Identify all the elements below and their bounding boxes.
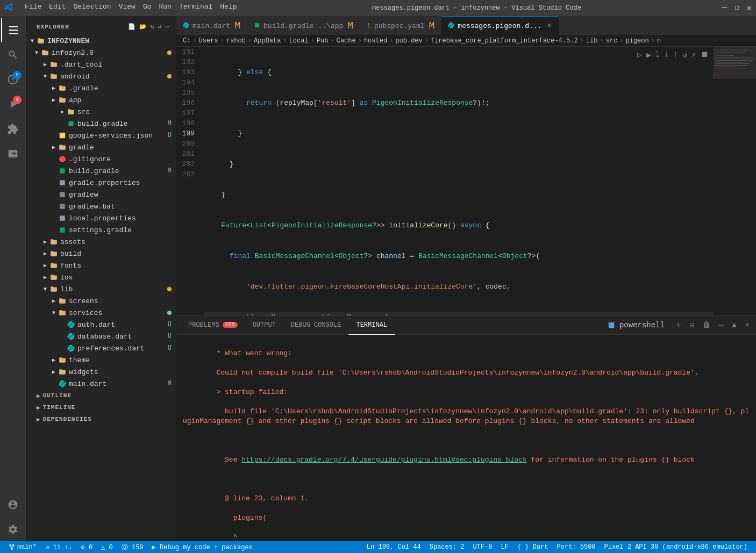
step-out-icon[interactable]: ↑	[672, 49, 679, 61]
tree-services[interactable]: ▼ services	[26, 307, 176, 319]
tab-build-gradle[interactable]: build.gradle ..\app M	[247, 16, 360, 35]
status-debug[interactable]: ▶ Debug my code + packages	[148, 541, 257, 553]
tab-main-dart[interactable]: main.dart M	[176, 16, 247, 35]
refresh-icon[interactable]: ↻	[151, 23, 155, 30]
bc-part[interactable]: hosted	[364, 37, 387, 45]
menu-edit[interactable]: Edit	[49, 3, 66, 13]
tree-gitignore[interactable]: ▶ .gitignore	[26, 153, 176, 165]
status-eol[interactable]: LF	[497, 541, 513, 553]
tab-output[interactable]: OUTPUT	[245, 316, 283, 335]
bc-part[interactable]: Local	[289, 37, 309, 45]
tab-close-button[interactable]: ×	[547, 21, 551, 30]
tree-root[interactable]: ▼ INFOZYNNEW	[26, 35, 176, 47]
tree-gradle-folder[interactable]: ▶ .gradle	[26, 82, 176, 94]
tree-screens[interactable]: ▶ screens	[26, 295, 176, 307]
status-info[interactable]: ⓪ 159	[117, 541, 148, 553]
tree-database-dart[interactable]: ▶ database.dart U	[26, 331, 176, 342]
activity-account[interactable]	[1, 493, 25, 516]
hot-reload-icon[interactable]: ⚡	[690, 49, 697, 61]
close-panel-icon[interactable]: ×	[743, 320, 752, 331]
status-encoding[interactable]: UTF-8	[469, 541, 497, 553]
status-line-col[interactable]: Ln 199, Col 44	[362, 541, 425, 553]
tree-lib[interactable]: ▼ lib	[26, 283, 176, 295]
code-lines[interactable]: } else { return (replyMap['result'] as P…	[200, 47, 713, 315]
activity-git[interactable]: 9	[1, 68, 25, 91]
menu-terminal[interactable]: Terminal	[179, 3, 212, 13]
status-port[interactable]: Port: 5500	[553, 541, 600, 553]
tab-debug-console[interactable]: DEBUG CONSOLE	[283, 316, 349, 335]
new-folder-icon[interactable]: 📂	[139, 23, 147, 30]
tree-android[interactable]: ▼ android	[26, 70, 176, 82]
collapse-icon[interactable]: ⇄	[158, 23, 162, 30]
tree-theme[interactable]: ▶ theme	[26, 354, 176, 366]
bc-part[interactable]: pub.dev	[395, 37, 422, 45]
tree-build-gradle-app[interactable]: ▶ build.gradle M	[26, 118, 176, 130]
run-without-debug-icon[interactable]: ▶	[645, 49, 652, 61]
bc-part[interactable]: Pub	[317, 37, 329, 45]
activity-extensions[interactable]	[1, 117, 25, 141]
menu-selection[interactable]: Selection	[73, 3, 111, 13]
tree-local-props[interactable]: ▶ local.properties	[26, 212, 176, 224]
restart-icon[interactable]: ↺	[681, 49, 688, 61]
bc-part[interactable]: Users	[199, 37, 218, 45]
minimize-button[interactable]: —	[722, 3, 727, 13]
maximize-button[interactable]: ☐	[734, 3, 739, 13]
bc-part[interactable]: n	[657, 37, 661, 45]
tree-preferences-dart[interactable]: ▶ preferences.dart U	[26, 342, 176, 354]
bc-part[interactable]: C:	[183, 37, 190, 45]
window-controls[interactable]: — ☐ ✕	[722, 3, 752, 13]
menu-help[interactable]: Help	[220, 3, 237, 13]
tree-app[interactable]: ▶ app	[26, 94, 176, 106]
stop-icon[interactable]: ⏹	[700, 49, 710, 61]
tree-google-services[interactable]: ▶ google-services.json U	[26, 130, 176, 141]
activity-run[interactable]: 1	[1, 92, 25, 116]
tree-fonts[interactable]: ▶ fonts	[26, 260, 176, 271]
tree-dart-tool[interactable]: ▶ .dart_tool	[26, 59, 176, 70]
more-actions-icon[interactable]: ⋯	[165, 23, 169, 30]
more-terminal-icon[interactable]: ⋯	[717, 320, 725, 331]
dependencies-section[interactable]: ▶ DEPENDENCIES	[26, 413, 176, 425]
activity-search[interactable]	[1, 43, 25, 67]
activity-settings[interactable]	[1, 518, 25, 541]
terminal-content[interactable]: * What went wrong: Could not compile bui…	[176, 335, 756, 541]
tab-terminal[interactable]: TERMINAL	[348, 316, 395, 335]
tree-assets[interactable]: ▶ assets	[26, 236, 176, 248]
run-debug-icon[interactable]: ▷	[636, 49, 643, 61]
bc-part[interactable]: pigeon	[625, 37, 648, 45]
tree-gradlew-bat[interactable]: ▶ gradlew.bat	[26, 200, 176, 212]
menu-run[interactable]: Run	[159, 3, 171, 13]
status-sync[interactable]: ↺ 11 ↑↓	[41, 541, 76, 553]
status-language[interactable]: { } Dart	[513, 541, 553, 553]
tree-gradle-props[interactable]: ▶ gradle.properties	[26, 177, 176, 189]
tree-settings-gradle[interactable]: ▶ settings.gradle	[26, 224, 176, 236]
tree-src[interactable]: ▶ src	[26, 106, 176, 118]
new-file-icon[interactable]: 📄	[128, 23, 136, 30]
menu-file[interactable]: File	[25, 3, 41, 13]
timeline-section[interactable]: ▶ TIMELINE	[26, 401, 176, 413]
status-errors[interactable]: ⊘ 0	[76, 541, 97, 553]
status-branch[interactable]: main*	[4, 541, 41, 553]
status-spaces[interactable]: Spaces: 2	[425, 541, 469, 553]
tree-gradlew[interactable]: ▶ gradlew	[26, 189, 176, 200]
vscode-icon[interactable]	[4, 3, 13, 13]
step-into-icon[interactable]: ↓	[663, 49, 670, 61]
split-terminal-icon[interactable]: ⊟	[687, 320, 696, 331]
tree-widgets[interactable]: ▶ widgets	[26, 366, 176, 378]
menu-view[interactable]: View	[119, 3, 135, 13]
menu-bar[interactable]: File Edit Selection View Go Run Terminal…	[4, 3, 237, 13]
kill-terminal-icon[interactable]: 🗑	[701, 320, 712, 331]
bc-part[interactable]: Cache	[337, 37, 356, 45]
tree-ios[interactable]: ▶ ios	[26, 271, 176, 283]
bc-part[interactable]: AppData	[254, 37, 281, 45]
bc-part[interactable]: src	[606, 37, 618, 45]
tree-auth-dart[interactable]: ▶ auth.dart U	[26, 319, 176, 331]
add-terminal-icon[interactable]: +	[674, 320, 683, 331]
step-over-icon[interactable]: ⤵	[654, 49, 661, 61]
tab-problems[interactable]: PROBLEMS 159	[181, 316, 245, 335]
menu-go[interactable]: Go	[143, 3, 152, 13]
status-warnings[interactable]: △ 0	[97, 541, 117, 553]
bc-part[interactable]: lib	[586, 37, 598, 45]
tree-build-gradle-root[interactable]: ▶ build.gradle M	[26, 165, 176, 177]
bc-part[interactable]: firebase_core_platform_interface-4.5.2	[431, 37, 578, 45]
activity-explorer[interactable]	[1, 18, 25, 42]
